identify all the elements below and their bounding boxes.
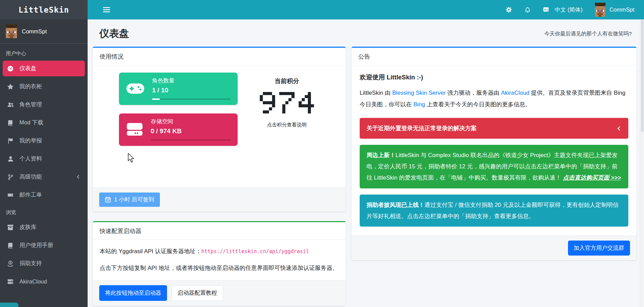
usage-card-footer: 1 小时 后可签到 [93,187,346,212]
language-selector[interactable]: A字 中文 (简体) [543,6,583,14]
bing-link[interactable]: Bing [414,101,425,108]
sidebar-nav: 用户中心 仪表盘 我的衣柜 角色管理 [0,44,88,292]
user-menu[interactable]: CommSpt [595,3,634,17]
sidebar-item-label: 邮件工单 [19,191,42,199]
announcement-card-title: 公告 [351,48,636,65]
sidebar: LittleSkin CommSpt 用户中心 仪表盘 我的衣柜 [0,0,88,307]
gamepad-icon [126,82,145,95]
donate-icon: $ [6,260,15,267]
api-url: https://littleskin.cn/api/yggdrasil [201,248,309,255]
buy-page-link[interactable]: 点击直达购买页面 >>> [563,174,621,181]
content: 仪表盘 今天你最后遇见的那个人有在微笑吗? 使用情况 [88,19,644,307]
danger-alert[interactable]: 关于近期外置登录无法正常登录的解决方案 [360,118,628,139]
info-alert: 捐助者披风现已上线！通过支付宝 / 微信支付捐助 20 元及以上金额即可获得，更… [360,195,628,227]
topbar-right: A字 中文 (简体) CommSpt [506,3,634,17]
page-scrollbar[interactable] [640,19,644,307]
storage-infobox-content: 存储空间 0 / 974 KB [151,118,230,141]
star-icon [6,83,15,90]
page-title: 仪表盘 [99,27,129,41]
score-hint: 点击积分查看说明 [238,122,336,128]
language-label: 中文 (简体) [555,6,583,14]
announcement-card: 公告 欢迎使用 LittleSkin :-) LittleSkin 由 Bles… [351,47,636,260]
sidebar-item-label: 仪表盘 [19,65,36,72]
sidebar-item-label: AkiraCloud [19,278,47,285]
join-group-button[interactable]: 加入官方用户交流群 [568,241,630,256]
drag-launcher-button[interactable]: 将此按钮拖动至启动器 [99,285,167,301]
hamburger-icon [103,7,110,13]
sidebar-section-user-center: 用户中心 [3,46,85,61]
main-area: A字 中文 (简体) CommSpt 仪表盘 今天你最后遇见的那个人有在微笑吗? [88,0,644,307]
calendar-check-icon [105,197,111,203]
notifications-button[interactable] [524,6,531,13]
akiracloud-link[interactable]: AkiraCloud [501,90,529,96]
navbar-username: CommSpt [610,6,634,13]
server-icon [6,278,15,285]
chevron-left-icon [76,174,80,179]
app-root: LittleSkin CommSpt 用户中心 仪表盘 我的衣柜 [0,0,644,307]
book-icon [6,120,15,126]
blessing-skin-link[interactable]: Blessing Skin Server [392,90,446,96]
flag-icon [6,138,15,144]
players-infobox: 角色数量 1 / 10 [119,73,238,105]
sidebar-item-profile[interactable]: 个人资料 [3,151,85,167]
intro-text: 上查看关于今天的今日美图的更多信息。 [425,101,531,108]
success-alert: 周边上新！LittleSkin 与 Complex Studio 联名出品的《铁… [360,145,628,188]
intro-paragraph: LittleSkin 由 Blessing Skin Server 强力驱动，服… [360,87,628,110]
sidebar-item-manual[interactable]: 用户使用手册 [3,237,85,253]
user-avatar [6,25,17,38]
sidebar-item-label: Mod 下载 [19,119,43,126]
storage-value: 0 / 974 KB [151,127,230,135]
storage-label: 存储空间 [151,118,230,125]
usage-infoboxes: 角色数量 1 / 10 [119,73,238,187]
user-icon [6,156,15,162]
left-column: 使用情况 角色数量 1 / 10 [93,47,346,306]
chevron-left-icon [616,126,621,131]
users-icon [6,102,15,108]
scrollbar-thumb[interactable] [641,19,644,132]
gear-icon [506,6,512,13]
launcher-buttons: 将此按钮拖动至启动器 启动器配置教程 [99,285,339,301]
sidebar-item-reports[interactable]: 我的举报 [3,133,85,149]
brand-logo[interactable]: LittleSkin [0,0,88,19]
launcher-card-footer: 将此按钮拖动至启动器 启动器配置教程 [93,280,346,306]
players-infobox-content: 角色数量 1 / 10 [152,77,230,100]
launcher-tutorial-button[interactable]: 启动器配置教程 [171,285,223,301]
partially-visible-teal-element [0,303,18,307]
svg-text:字: 字 [546,9,549,12]
announcement-card-footer: 加入官方用户交流群 [351,235,636,260]
settings-button[interactable] [506,6,512,13]
bell-icon [524,6,531,13]
danger-alert-text: 关于近期外置登录无法正常登录的解决方案 [366,123,477,134]
sidebar-item-dashboard[interactable]: 仪表盘 [3,61,85,76]
sidebar-item-closet[interactable]: 我的衣柜 [3,79,85,94]
sidebar-item-akiracloud[interactable]: AkiraCloud [3,274,85,289]
sidebar-toggle-button[interactable] [103,7,110,13]
score-value[interactable] [238,92,336,113]
usage-card: 使用情况 角色数量 1 / 10 [93,47,346,212]
hitokoto-text: 今天你最后遇见的那个人有在微笑吗? [544,30,632,37]
checkin-button[interactable]: 1 小时 后可签到 [99,193,160,207]
storage-progress [151,139,230,141]
players-label: 角色数量 [152,77,230,85]
sidebar-item-label: 我的举报 [19,137,42,144]
sidebar-item-label: 捐助支持 [19,260,42,267]
launcher-tip: 点击下方按钮复制 API 地址，或者将按钮拖动至启动器的任意界面即可快速添加认证… [100,264,339,272]
sidebar-item-mod-download[interactable]: Mod 下载 [3,115,85,131]
sidebar-item-advanced[interactable]: 高级功能 [3,169,85,185]
usage-card-body: 角色数量 1 / 10 [93,65,346,187]
sidebar-username: CommSpt [22,28,47,35]
welcome-heading: 欢迎使用 LittleSkin :-) [360,73,628,81]
players-progress-fill [152,98,160,100]
sidebar-user-panel[interactable]: CommSpt [0,19,88,44]
dashboard-columns: 使用情况 角色数量 1 / 10 [93,47,636,306]
topbar: A字 中文 (简体) CommSpt [88,0,644,19]
sidebar-item-players[interactable]: 角色管理 [3,97,85,112]
sidebar-item-label: 皮肤库 [19,224,36,231]
success-alert-lead: 周边上新！ [366,152,395,158]
sidebar-item-donate[interactable]: $ 捐助支持 [3,256,85,271]
usage-card-title: 使用情况 [93,48,346,65]
sidebar-item-label: 角色管理 [19,101,42,108]
sidebar-item-skin-library[interactable]: 皮肤库 [3,219,85,235]
sidebar-item-tickets[interactable]: 邮件工单 [3,187,85,203]
ticket-icon [6,192,15,198]
